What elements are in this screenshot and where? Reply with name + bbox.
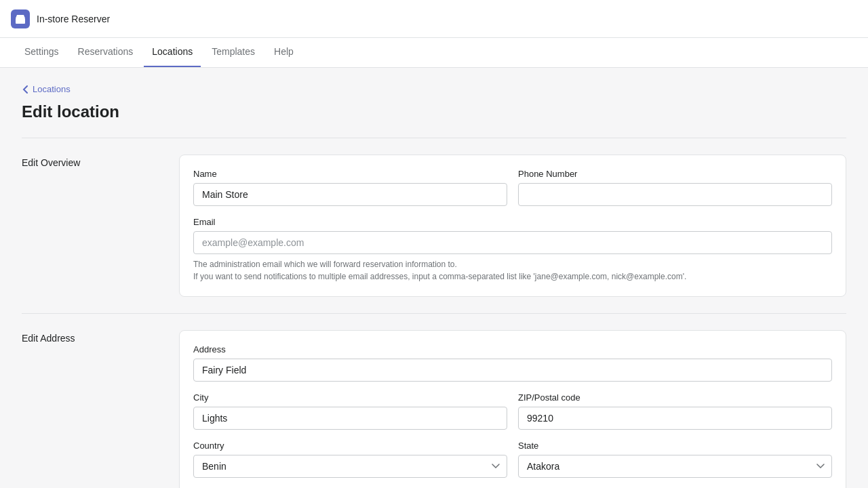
- email-group: Email The administration email which we …: [193, 217, 832, 283]
- address-label: Address: [193, 344, 832, 354]
- city-zip-row: City ZIP/Postal code: [193, 392, 832, 430]
- country-group: Country Benin: [193, 441, 507, 478]
- edit-address-label: Edit Address: [22, 330, 157, 488]
- page-content: Locations Edit location Edit Overview Na…: [0, 68, 868, 488]
- email-row: Email The administration email which we …: [193, 217, 832, 283]
- state-select[interactable]: Atakora: [518, 455, 832, 478]
- breadcrumb-label: Locations: [33, 84, 71, 94]
- zip-group: ZIP/Postal code: [518, 392, 832, 430]
- edit-overview-label: Edit Overview: [22, 155, 157, 297]
- edit-overview-card: Name Phone Number Email The administrati…: [179, 155, 846, 297]
- breadcrumb[interactable]: Locations: [22, 84, 846, 94]
- store-icon: [15, 14, 26, 24]
- name-phone-row: Name Phone Number: [193, 169, 832, 206]
- edit-address-card: Address City ZIP/Postal code Country: [179, 330, 846, 488]
- phone-label: Phone Number: [518, 169, 832, 179]
- address-row: Address: [193, 344, 832, 382]
- city-input[interactable]: [193, 407, 507, 430]
- chevron-left-icon: [22, 85, 30, 94]
- country-state-row: Country Benin State Atakora: [193, 441, 832, 478]
- phone-group: Phone Number: [518, 169, 832, 206]
- country-label: Country: [193, 441, 507, 451]
- top-bar: In-store Reserver: [0, 0, 868, 38]
- edit-address-section: Edit Address Address City ZIP/Postal cod…: [22, 313, 846, 488]
- page-title: Edit location: [22, 102, 846, 121]
- state-label: State: [518, 441, 832, 451]
- nav-bar: Settings Reservations Locations Template…: [0, 38, 868, 68]
- city-label: City: [193, 392, 507, 403]
- app-icon: [11, 9, 30, 28]
- email-label: Email: [193, 217, 832, 227]
- nav-reservations[interactable]: Reservations: [70, 37, 142, 67]
- state-group: State Atakora: [518, 441, 832, 478]
- email-hint: The administration email which we will f…: [193, 258, 832, 283]
- nav-templates[interactable]: Templates: [203, 37, 263, 67]
- city-group: City: [193, 392, 507, 430]
- edit-overview-section: Edit Overview Name Phone Number Email: [22, 138, 846, 313]
- nav-help[interactable]: Help: [266, 37, 302, 67]
- address-input[interactable]: [193, 359, 832, 382]
- zip-input[interactable]: [518, 407, 832, 430]
- name-group: Name: [193, 169, 507, 206]
- name-label: Name: [193, 169, 507, 179]
- svg-rect-1: [18, 20, 22, 24]
- email-input[interactable]: [193, 231, 832, 254]
- app-name: In-store Reserver: [37, 14, 110, 24]
- nav-settings[interactable]: Settings: [16, 37, 67, 67]
- nav-locations[interactable]: Locations: [144, 37, 201, 67]
- zip-label: ZIP/Postal code: [518, 392, 832, 403]
- country-select[interactable]: Benin: [193, 455, 507, 478]
- name-input[interactable]: [193, 183, 507, 206]
- phone-input[interactable]: [518, 183, 832, 206]
- address-group: Address: [193, 344, 832, 382]
